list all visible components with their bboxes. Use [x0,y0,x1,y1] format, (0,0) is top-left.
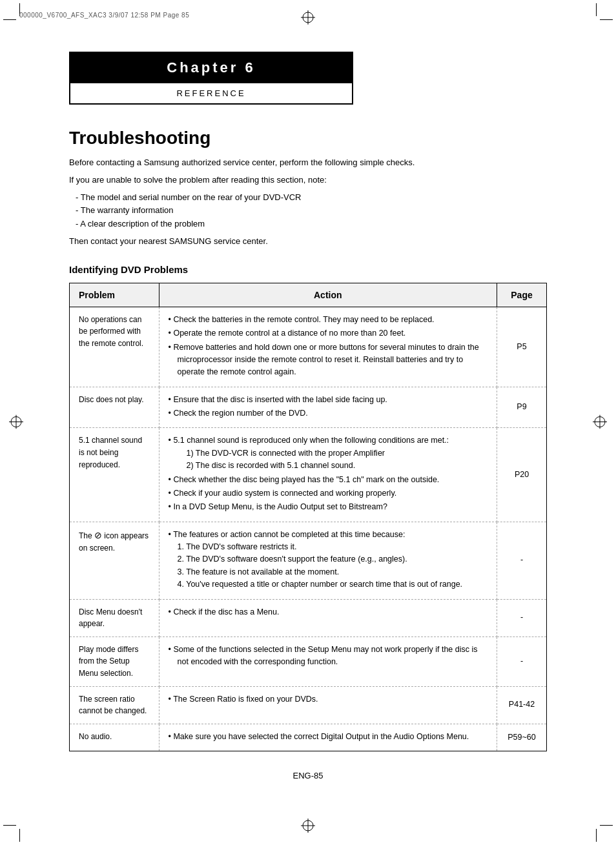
page-footer: ENG-85 [69,771,547,793]
action-cell: Ensure that the disc is inserted with th… [159,387,497,428]
intro-bullet-list: The model and serial number on the rear … [76,191,547,231]
table-row: No operations can be performed with the … [70,307,547,387]
intro-line-2: If you are unable to solve the problem a… [69,174,547,187]
crop-mark-tl-h [3,19,16,20]
page-cell: - [497,599,547,636]
action-item: The features or action cannot be complet… [169,529,488,591]
action-cell: The features or action cannot be complet… [159,522,497,599]
subsection-title: Identifying DVD Problems [69,264,547,275]
reg-mark-left [9,414,23,431]
table-row: Disc Menu doesn't appear.Check if the di… [70,599,547,636]
chapter-title: Chapter 6 [70,53,352,83]
problem-cell: No operations can be performed with the … [70,307,159,387]
page-cell: P59~60 [497,724,547,751]
action-item: Operate the remote control at a distance… [169,327,488,340]
col-action: Action [159,283,497,307]
action-item: Make sure you have selected the correct … [169,731,488,743]
reg-mark-bottom [301,819,315,835]
action-cell: Check the batteries in the remote contro… [159,307,497,387]
section-title: Troubleshooting [69,128,547,148]
table-row: 5.1 channel sound is not being reproduce… [70,428,547,522]
intro-bullet-2: The warranty information [76,204,547,218]
action-cell: The Screen Ratio is fixed on your DVDs. [159,686,497,724]
table-row: The screen ratio cannot be changed.The S… [70,686,547,724]
action-item: Check the region number of the DVD. [169,407,488,420]
problem-cell: Disc Menu doesn't appear. [70,599,159,636]
intro-line-1: Before contacting a Samsung authorized s… [69,156,547,170]
page-cell: P9 [497,387,547,428]
col-problem: Problem [70,283,159,307]
problem-cell: Disc does not play. [70,387,159,428]
page-cell: - [497,636,547,686]
problem-cell: 5.1 channel sound is not being reproduce… [70,428,159,522]
crop-mark-bl-v [19,829,20,842]
action-item: Check if the disc has a Menu. [169,606,488,618]
action-item: 5.1 channel sound is reproduced only whe… [169,434,488,472]
action-cell: Make sure you have selected the correct … [159,724,497,751]
action-item: In a DVD Setup Menu, is the Audio Output… [169,501,488,513]
action-cell: Some of the functions selected in the Se… [159,636,497,686]
problem-cell: No audio. [70,724,159,751]
main-content: Chapter 6 REFERENCE Troubleshooting Befo… [17,0,599,832]
action-item: Check the batteries in the remote contro… [169,314,488,326]
action-item: Check if your audio system is connected … [169,487,488,500]
troubleshooting-table: Problem Action Page No operations can be… [69,283,547,751]
crop-mark-bl-h [3,825,16,826]
problem-cell: The ⊘ icon appears on screen. [70,522,159,599]
chapter-header: Chapter 6 REFERENCE [69,52,353,105]
page-cell: - [497,522,547,599]
intro-bullet-3: A clear description of the problem [76,218,547,231]
intro-closing: Then contact your nearest SAMSUNG servic… [69,235,547,249]
action-item: Remove batteries and hold down one or mo… [169,341,488,379]
page-cell: P41-42 [497,686,547,724]
crop-mark-br-h [600,825,613,826]
crop-mark-tr-v [596,3,597,16]
page-number: ENG-85 [293,771,323,780]
crop-mark-br-v [596,829,597,842]
table-row: Play mode differs from the Setup Menu se… [70,636,547,686]
table-row: No audio.Make sure you have selected the… [70,724,547,751]
page-cell: P20 [497,428,547,522]
action-item: Ensure that the disc is inserted with th… [169,394,488,406]
page-container: 000000_V6700_AFS_XAC3 3/9/07 12:58 PM Pa… [0,0,616,845]
action-item: Check whether the disc being played has … [169,474,488,486]
file-header-text: 000000_V6700_AFS_XAC3 3/9/07 12:58 PM Pa… [19,12,189,19]
action-item: The Screen Ratio is fixed on your DVDs. [169,693,488,706]
intro-bullet-1: The model and serial number on the rear … [76,191,547,205]
col-page: Page [497,283,547,307]
action-item: Some of the functions selected in the Se… [169,644,488,669]
crop-mark-tr-h [600,19,613,20]
table-row: Disc does not play.Ensure that the disc … [70,387,547,428]
problem-cell: Play mode differs from the Setup Menu se… [70,636,159,686]
file-header: 000000_V6700_AFS_XAC3 3/9/07 12:58 PM Pa… [19,12,189,19]
action-cell: 5.1 channel sound is reproduced only whe… [159,428,497,522]
action-cell: Check if the disc has a Menu. [159,599,497,636]
table-header-row: Problem Action Page [70,283,547,307]
reg-mark-right [593,414,607,431]
table-row: The ⊘ icon appears on screen.The feature… [70,522,547,599]
problem-cell: The screen ratio cannot be changed. [70,686,159,724]
chapter-subtitle: REFERENCE [70,83,352,103]
page-cell: P5 [497,307,547,387]
reg-mark-top [301,10,315,26]
